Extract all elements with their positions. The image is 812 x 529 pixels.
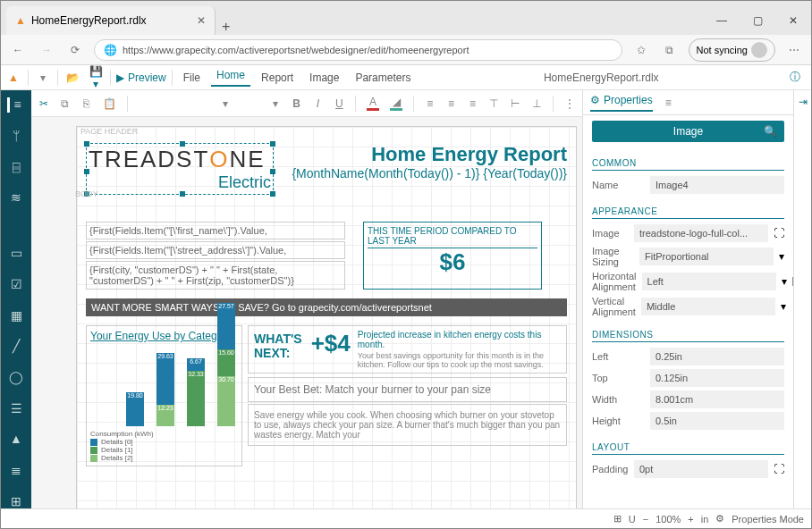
chevron-down-icon[interactable]: ▾ bbox=[781, 300, 786, 313]
list-tool-icon[interactable]: ≣ bbox=[8, 463, 24, 478]
expand-icon[interactable]: ⛶ bbox=[774, 227, 784, 239]
prop-left-input[interactable] bbox=[650, 348, 784, 365]
window-close-icon[interactable]: ✕ bbox=[775, 6, 811, 35]
zoom-in-icon[interactable]: + bbox=[688, 514, 693, 525]
prop-width-input[interactable] bbox=[650, 390, 784, 408]
prop-valign-input[interactable] bbox=[641, 298, 775, 315]
chevron-down-icon[interactable]: ▾ bbox=[782, 275, 787, 288]
chart-container[interactable]: Your Energy Use by Category 19.80 12.23 … bbox=[86, 325, 242, 466]
prop-sizing-input[interactable] bbox=[639, 248, 774, 265]
units-label[interactable]: in bbox=[701, 514, 709, 525]
filename-label: HomeEnergyReport.rdlx bbox=[544, 71, 659, 84]
banner[interactable]: WANT MORE SMART WAYS TO SAVE? Go to grap… bbox=[86, 298, 567, 316]
align-center-icon[interactable]: ≡ bbox=[446, 97, 457, 110]
tree-icon[interactable]: ᛘ bbox=[8, 129, 24, 144]
chevron-down-icon[interactable]: ▾ bbox=[779, 250, 784, 263]
align-top-icon[interactable]: ⊤ bbox=[488, 97, 499, 110]
folder-open-icon[interactable]: 📂 bbox=[63, 71, 81, 84]
snap-icon[interactable]: U bbox=[629, 514, 636, 525]
menu-parameters[interactable]: Parameters bbox=[350, 71, 416, 84]
selected-image[interactable]: TREADSTONE Electric bbox=[86, 143, 274, 195]
prop-padding-input[interactable] bbox=[634, 460, 768, 478]
align-left-icon[interactable]: ≡ bbox=[425, 97, 436, 110]
more-icon[interactable]: ⋮ bbox=[564, 97, 575, 110]
sync-button[interactable]: Not syncing bbox=[689, 38, 775, 62]
menu-home[interactable]: Home bbox=[211, 69, 250, 87]
collapse-panel-icon[interactable]: ⇥ bbox=[793, 90, 811, 508]
section-appearance: APPEARANCE bbox=[592, 206, 784, 219]
new-tab-button[interactable]: + bbox=[216, 19, 237, 35]
gear-icon[interactable]: ⚙ bbox=[715, 513, 724, 525]
window-maximize-icon[interactable]: ▢ bbox=[740, 6, 775, 35]
align-bottom-icon[interactable]: ⊥ bbox=[531, 97, 542, 110]
period-compare-box[interactable]: THIS TIME PERIOD COMPARED TO LAST YEAR $… bbox=[363, 222, 542, 290]
url-input[interactable]: 🌐 https://www.grapecity.com/activereport… bbox=[94, 39, 622, 61]
properties-mode-label[interactable]: Properties Mode bbox=[732, 514, 804, 525]
tab-close-icon[interactable]: ✕ bbox=[197, 14, 206, 27]
fill-color-icon[interactable]: ◢ bbox=[390, 96, 402, 111]
underline-icon[interactable]: U bbox=[334, 97, 344, 110]
toc-tool-icon[interactable]: ☰ bbox=[8, 400, 24, 416]
prop-image-label: Image bbox=[592, 228, 629, 239]
expr-street[interactable]: {First(Fields.Item("[\'street_address\']… bbox=[86, 241, 345, 259]
size-dropdown-icon[interactable]: ▾ bbox=[270, 97, 281, 110]
save-icon[interactable]: 💾▾ bbox=[87, 65, 105, 90]
font-color-icon[interactable]: A bbox=[367, 96, 379, 111]
window-minimize-icon[interactable]: — bbox=[704, 6, 740, 35]
browser-menu-icon[interactable]: ⋯ bbox=[784, 40, 804, 60]
expand-icon[interactable]: ⛶ bbox=[774, 463, 784, 475]
report-title[interactable]: Home Energy Report bbox=[283, 143, 567, 166]
properties-tab[interactable]: ⚙Properties bbox=[590, 94, 653, 112]
italic-icon[interactable]: I bbox=[313, 97, 324, 110]
paste-behind-icon[interactable]: ⎘ bbox=[81, 97, 92, 110]
nav-forward-icon[interactable]: → bbox=[37, 40, 56, 60]
menu-report[interactable]: Report bbox=[256, 71, 299, 84]
prop-height-input[interactable] bbox=[650, 412, 784, 430]
expr-city[interactable]: {First(city, "customerDS") + " " + First… bbox=[86, 261, 345, 290]
info-icon[interactable]: ⓘ bbox=[786, 70, 804, 85]
menu-image[interactable]: Image bbox=[304, 71, 344, 84]
textbox-tool-icon[interactable]: ▭ bbox=[8, 246, 24, 261]
whats-next-box[interactable]: WHAT'S NEXT: +$4 Projected increase in k… bbox=[248, 325, 567, 374]
align-right-icon[interactable]: ≡ bbox=[468, 97, 478, 110]
expr-firstname[interactable]: {First(Fields.Item("[\'first_name\']").V… bbox=[86, 222, 345, 239]
copy-icon[interactable]: ⧉ bbox=[60, 97, 71, 110]
element-selector[interactable]: Image 🔍 bbox=[592, 121, 784, 142]
nav-back-icon[interactable]: ← bbox=[8, 40, 28, 60]
layers-icon[interactable]: ≋ bbox=[8, 190, 24, 206]
chevron-down-icon[interactable]: ▾ bbox=[34, 71, 52, 84]
cut-icon[interactable]: ✂ bbox=[38, 97, 49, 110]
line-tool-icon[interactable]: ╱ bbox=[8, 339, 24, 354]
checkbox-tool-icon[interactable]: ☑ bbox=[8, 277, 24, 292]
prop-image-input[interactable] bbox=[634, 224, 768, 242]
avatar-icon bbox=[751, 42, 767, 58]
image-tool-icon[interactable]: ▲ bbox=[8, 432, 24, 447]
design-canvas[interactable]: PAGE HEADER TREADSTONE Electric Home Ene… bbox=[31, 117, 582, 508]
prop-top-input[interactable] bbox=[650, 369, 784, 387]
table-tool-icon[interactable]: ⊞ bbox=[8, 493, 24, 508]
prop-name-input[interactable] bbox=[650, 176, 784, 194]
align-middle-icon[interactable]: ⊢ bbox=[510, 97, 520, 110]
grid-toggle-icon[interactable]: ⊞ bbox=[613, 513, 622, 525]
bold-icon[interactable]: B bbox=[292, 97, 302, 110]
best-bet-title[interactable]: Your Best Bet: Match your burner to your… bbox=[248, 377, 567, 402]
container-tool-icon[interactable]: ▦ bbox=[8, 307, 24, 323]
search-icon[interactable]: 🔍 bbox=[764, 125, 777, 138]
paste-icon[interactable]: 📋 bbox=[103, 97, 116, 110]
collections-icon[interactable]: ⧉ bbox=[660, 40, 680, 60]
font-dropdown-icon[interactable]: ▾ bbox=[220, 97, 231, 110]
nav-refresh-icon[interactable]: ⟳ bbox=[65, 40, 85, 60]
save-energy-text[interactable]: Save energy while you cook. When choosin… bbox=[248, 404, 567, 446]
browser-tab[interactable]: ▲ HomeEnergyReport.rdlx ✕ bbox=[6, 6, 216, 35]
grouping-icon[interactable]: ⌸ bbox=[8, 159, 24, 174]
shape-tool-icon[interactable]: ◯ bbox=[8, 370, 24, 385]
favorite-icon[interactable]: ✩ bbox=[631, 40, 651, 60]
zoom-out-icon[interactable]: − bbox=[643, 514, 648, 525]
preview-button[interactable]: ▶ Preview bbox=[116, 71, 166, 84]
data-tab-icon[interactable]: ≡ bbox=[665, 97, 672, 109]
hamburger-icon[interactable]: ≡ bbox=[7, 97, 23, 113]
prop-top-label: Top bbox=[592, 373, 645, 383]
menu-file[interactable]: File bbox=[178, 71, 206, 84]
prop-halign-input[interactable] bbox=[642, 273, 776, 290]
month-expr[interactable]: {MonthName(Month(Today()) - 1)} {Year(To… bbox=[283, 166, 567, 181]
